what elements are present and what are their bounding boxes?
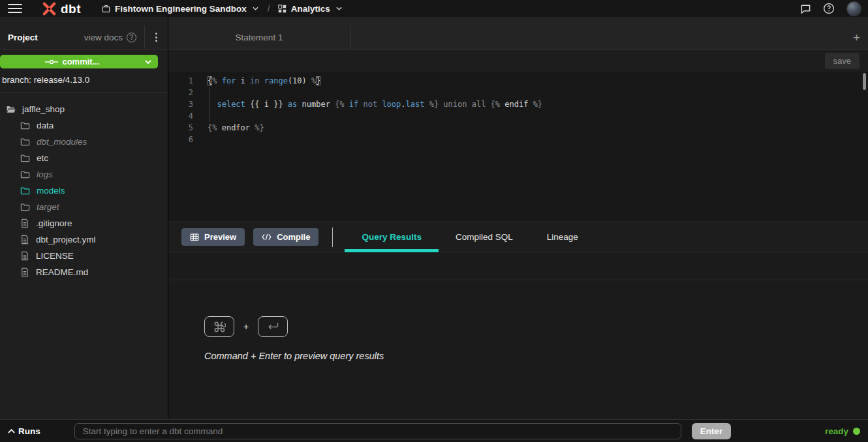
- line-number: 5: [168, 122, 193, 134]
- runs-toggle[interactable]: Runs: [8, 426, 40, 436]
- dbt-logo-icon: [42, 1, 57, 16]
- code-text: {% endfor %}: [208, 122, 264, 134]
- chevron-down-icon: [145, 60, 158, 64]
- sidebar-menu-kebab-icon[interactable]: [145, 25, 168, 49]
- folder-icon: [20, 137, 30, 147]
- add-tab-button[interactable]: +: [853, 31, 860, 44]
- compile-button[interactable]: Compile: [253, 228, 318, 246]
- editor-tab-statement-1[interactable]: Statement 1: [168, 25, 350, 49]
- code-line-1: 1{% for i in range(10) %}: [168, 75, 868, 87]
- hamburger-menu-icon[interactable]: [8, 4, 22, 13]
- sidebar-title: Project: [8, 33, 38, 42]
- git-commit-icon: [45, 59, 58, 65]
- results-tab-lineage[interactable]: Lineage: [530, 222, 595, 252]
- environment-selector[interactable]: Analytics: [278, 4, 342, 14]
- code-line-6: 6: [168, 134, 868, 145]
- code-line-4: 4: [168, 110, 868, 122]
- file-icon: [20, 267, 29, 277]
- folder-icon: [20, 153, 30, 163]
- results-tab-compiled-sql[interactable]: Compiled SQL: [439, 222, 530, 252]
- code-icon: [262, 233, 271, 241]
- file-tree-item-readme-md[interactable]: README.md: [0, 264, 168, 280]
- file-tree-item--gitignore[interactable]: .gitignore: [0, 215, 168, 231]
- dbt-logo-text: dbt: [61, 3, 81, 15]
- commit-button-label: commit...: [62, 57, 99, 66]
- results-subheader: [168, 252, 868, 280]
- command-key-icon: [204, 316, 234, 337]
- file-tree-item-etc[interactable]: etc: [0, 150, 168, 166]
- file-tree-item-dbt-project-yml[interactable]: dbt_project.yml: [0, 231, 168, 248]
- file-tree-item-data[interactable]: data: [0, 117, 168, 134]
- file-tree: jaffle_shopdatadbt_modulesetclogsmodelst…: [0, 93, 168, 280]
- results-body: + Command + Enter to preview query resul…: [168, 280, 868, 419]
- editor-toolbar: save: [168, 50, 868, 72]
- folder-icon: [20, 121, 30, 130]
- divider: [332, 228, 333, 247]
- editor-scrollbar[interactable]: [863, 73, 866, 90]
- plus-label: +: [243, 321, 249, 332]
- editor-tab-label: Statement 1: [236, 33, 283, 42]
- file-icon: [20, 251, 29, 261]
- view-docs-label: view docs: [84, 33, 123, 42]
- dbt-logo[interactable]: dbt: [42, 1, 81, 16]
- commit-button[interactable]: commit...: [0, 55, 158, 68]
- results-toolbar: Preview Compile Query ResultsCompiled SQ…: [168, 222, 868, 252]
- file-tree-item-target[interactable]: target: [0, 199, 168, 215]
- chevron-up-icon: [8, 429, 15, 434]
- file-tree-item-label: etc: [37, 153, 48, 163]
- folder-icon: [20, 186, 30, 196]
- file-tree-item-logs[interactable]: logs: [0, 166, 168, 183]
- file-tree-item-models[interactable]: models: [0, 183, 168, 199]
- command-bar: Runs Enter ready: [0, 419, 868, 442]
- line-number: 2: [168, 87, 193, 98]
- user-avatar[interactable]: [846, 1, 861, 16]
- code-text: select {{ i }} as number {% if not loop.…: [208, 98, 542, 110]
- chevron-down-icon: [336, 7, 342, 10]
- enter-button[interactable]: Enter: [692, 423, 732, 439]
- code-editor[interactable]: 1{% for i in range(10) %}23 select {{ i …: [168, 72, 868, 222]
- file-tree-item-label: models: [37, 186, 65, 196]
- file-tree-item-label: data: [37, 121, 54, 130]
- top-navbar: dbt Fishtown Engineering Sandbox / Analy…: [0, 0, 868, 17]
- save-button[interactable]: save: [825, 53, 860, 69]
- file-tree-item-license[interactable]: LICENSE: [0, 248, 168, 264]
- preview-button[interactable]: Preview: [181, 228, 245, 246]
- folder-icon: [20, 202, 30, 212]
- chat-icon[interactable]: [800, 3, 811, 14]
- folder-icon: [20, 169, 30, 179]
- line-number: 4: [168, 110, 193, 122]
- file-icon: [20, 235, 29, 244]
- file-tree-item-label: logs: [37, 169, 53, 179]
- file-tree-item-label: .gitignore: [36, 218, 72, 228]
- editor-tab-bar: Statement 1 +: [168, 17, 868, 50]
- dbt-command-input[interactable]: [74, 423, 681, 439]
- view-docs-link[interactable]: view docs ?: [84, 33, 144, 42]
- project-sidebar: Project view docs ? commit...: [0, 17, 168, 419]
- runs-label: Runs: [18, 426, 40, 436]
- line-number: 6: [168, 134, 193, 145]
- status-dot: [853, 428, 860, 435]
- breadcrumb-separator: /: [268, 3, 270, 14]
- code-line-3: 3 select {{ i }} as number {% if not loo…: [168, 98, 868, 110]
- environment-selector-label: Analytics: [291, 4, 330, 14]
- project-selector[interactable]: Fishtown Engineering Sandbox: [102, 4, 258, 14]
- code-text: {% for i in range(10) %}: [208, 75, 320, 87]
- preview-button-label: Preview: [204, 232, 236, 242]
- project-selector-label: Fishtown Engineering Sandbox: [115, 4, 247, 14]
- file-tree-item-label: LICENSE: [36, 251, 74, 261]
- file-tree-item-label: jaffle_shop: [22, 104, 65, 114]
- code-line-2: 2: [168, 87, 868, 98]
- status-indicator: ready: [825, 426, 860, 436]
- file-icon: [20, 218, 29, 228]
- help-circle-icon: ?: [127, 33, 136, 42]
- briefcase-icon: [102, 5, 110, 13]
- indent-guide: [209, 87, 210, 122]
- file-tree-item-jaffle-shop[interactable]: jaffle_shop: [0, 101, 168, 117]
- help-icon[interactable]: [823, 3, 835, 14]
- file-tree-item-label: dbt_modules: [37, 137, 87, 147]
- line-number: 1: [168, 75, 193, 87]
- grid-icon: [278, 5, 287, 13]
- status-label: ready: [825, 426, 848, 436]
- results-tab-query-results[interactable]: Query Results: [345, 222, 439, 252]
- file-tree-item-dbt-modules[interactable]: dbt_modules: [0, 134, 168, 150]
